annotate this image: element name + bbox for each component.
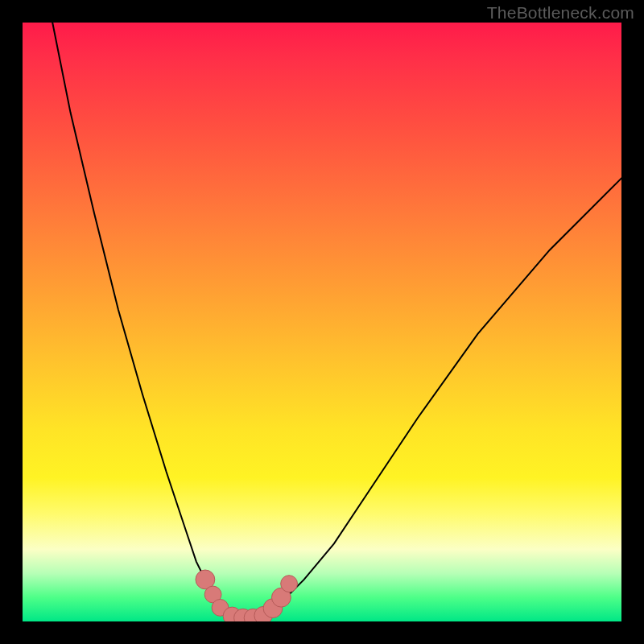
curve-left <box>52 23 232 616</box>
chart-svg <box>23 23 621 621</box>
curve-markers <box>196 570 298 621</box>
watermark-label: TheBottleneck.com <box>487 3 634 23</box>
curve-marker <box>281 576 298 592</box>
curve-right <box>262 178 621 615</box>
chart-area <box>23 23 621 621</box>
